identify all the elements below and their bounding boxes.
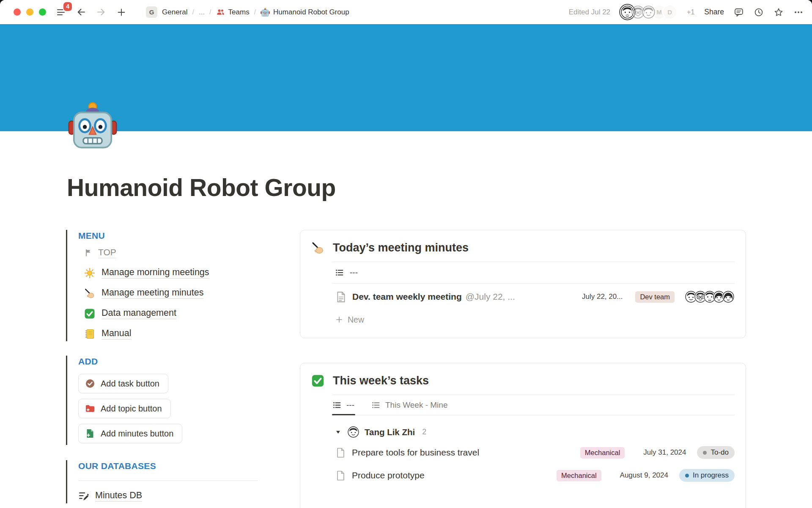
forward-button[interactable]	[96, 7, 106, 17]
menu-link-label: Manual	[102, 328, 132, 340]
tasks-view-tabs: --- This Week - Mine	[332, 395, 735, 415]
status-badge: To-do	[697, 446, 735, 459]
compose-icon	[78, 491, 89, 502]
tasks-tab-this-week-mine[interactable]: This Week - Mine	[371, 395, 448, 415]
avatar	[348, 426, 359, 438]
workspace-badge[interactable]: G	[146, 6, 157, 18]
add-minutes-label: Add minutes button	[101, 429, 173, 439]
minutes-row[interactable]: Dev. team weekly meeting @July 22, ... J…	[336, 284, 735, 310]
clock-icon	[754, 7, 764, 17]
close-window-button[interactable]	[14, 8, 21, 16]
list-view-icon	[333, 401, 341, 409]
status-dot	[685, 474, 689, 478]
chevron-down-icon[interactable]	[335, 429, 341, 435]
arrow-right-icon	[96, 7, 106, 17]
list-view-icon	[335, 268, 344, 277]
menu-link-meeting-minutes[interactable]: Manage meeting minutes	[84, 287, 300, 299]
avatar	[722, 290, 735, 303]
menu-link-morning-meetings[interactable]: Manage morning meetings	[84, 267, 300, 279]
page-title[interactable]: Humanoid Robot Group	[67, 174, 746, 202]
breadcrumb-page[interactable]: Humanoid Robot Group	[261, 8, 349, 17]
ellipsis-icon	[793, 7, 804, 17]
attendee-avatars	[685, 290, 735, 303]
task-title: Produce prototype	[352, 470, 425, 480]
teams-people-icon	[216, 8, 225, 17]
folder-plus-icon	[85, 403, 95, 414]
menu-link-data-management[interactable]: Data management	[84, 308, 300, 319]
minimize-window-button[interactable]	[26, 8, 33, 16]
page-icon-robot[interactable]	[68, 101, 118, 151]
add-minutes-button[interactable]: Add minutes button	[78, 424, 182, 443]
task-check-icon	[85, 378, 95, 389]
add-task-button[interactable]: Add task button	[78, 374, 168, 393]
traffic-lights	[14, 8, 46, 16]
menu-link-label: Manage morning meetings	[102, 267, 209, 279]
list-view-icon	[372, 401, 380, 409]
status-label: To-do	[710, 448, 729, 457]
document-icon	[336, 447, 345, 458]
check-mark-icon	[84, 308, 95, 319]
edited-timestamp: Edited Jul 22	[569, 8, 610, 17]
arrow-left-icon	[76, 7, 86, 17]
share-button[interactable]: Share	[704, 8, 724, 17]
add-topic-label: Add topic button	[101, 404, 162, 414]
task-date: August 9, 2024	[620, 471, 668, 480]
updates-button[interactable]	[754, 7, 764, 17]
ledger-icon	[84, 329, 95, 340]
task-row[interactable]: Prepare tools for business travel Mechan…	[336, 441, 735, 464]
notification-badge: 4	[63, 2, 72, 11]
document-icon	[336, 470, 345, 481]
databases-heading: OUR DATABASES	[78, 461, 300, 471]
sun-icon	[84, 268, 95, 279]
divider	[78, 480, 258, 481]
favorite-button[interactable]	[774, 7, 784, 17]
window-titlebar: 4 G General / ... / Teams / Humanoid Rob…	[0, 0, 812, 24]
zoom-window-button[interactable]	[39, 8, 46, 16]
menu-heading: MENU	[78, 231, 300, 241]
avatar[interactable]	[641, 5, 656, 19]
comments-button[interactable]	[734, 7, 744, 17]
group-name: Tang Lik Zhi	[365, 427, 415, 437]
task-group-header: Tang Lik Zhi 2	[335, 426, 735, 438]
avatar-letter[interactable]: D	[662, 5, 677, 19]
minutes-view-tab[interactable]: ---	[335, 262, 735, 283]
minutes-row-date: July 22, 20...	[582, 293, 623, 301]
add-heading: ADD	[78, 356, 300, 367]
tasks-tab-label: This Week - Mine	[385, 400, 447, 410]
tasks-tab-all[interactable]: ---	[332, 395, 355, 415]
sidebar-toggle-button[interactable]: 4	[56, 8, 66, 17]
mechanical-tag: Mechanical	[557, 470, 601, 481]
plus-icon	[117, 8, 126, 17]
top-link[interactable]: TOP	[84, 247, 300, 258]
breadcrumb: G General / ... / Teams / Humanoid Robot…	[146, 6, 349, 18]
minutes-db-link[interactable]: Minutes DB	[78, 490, 300, 502]
task-title: Prepare tools for business travel	[352, 447, 479, 458]
page-content: Humanoid Robot Group MENU TOP Manage mor…	[66, 101, 746, 508]
new-minutes-button[interactable]: New	[335, 310, 735, 329]
meeting-minutes-card: Today’s meeting minutes --- Dev. team we…	[300, 230, 746, 338]
breadcrumb-collapsed[interactable]: ...	[199, 8, 205, 17]
dev-team-tag: Dev team	[635, 291, 675, 303]
minutes-view-label: ---	[350, 268, 358, 277]
tasks-card-title: This week’s tasks	[333, 374, 429, 387]
menu-link-manual[interactable]: Manual	[84, 328, 300, 340]
writing-hand-icon	[311, 241, 324, 254]
task-row[interactable]: Produce prototype Mechanical August 9, 2…	[336, 464, 735, 487]
breadcrumb-teams-label: Teams	[228, 8, 250, 17]
comment-icon	[734, 7, 744, 17]
breadcrumb-teams[interactable]: Teams	[216, 8, 250, 17]
more-button[interactable]	[793, 7, 804, 17]
back-button[interactable]	[76, 7, 86, 17]
breadcrumb-separator: /	[254, 8, 256, 16]
breadcrumb-root[interactable]: General	[162, 8, 187, 17]
add-section: ADD Add task button Add topic button Add…	[66, 356, 300, 445]
minutes-card-title: Today’s meeting minutes	[333, 241, 469, 254]
add-topic-button[interactable]: Add topic button	[78, 399, 171, 418]
new-tab-button[interactable]	[117, 8, 126, 17]
writing-hand-icon	[84, 288, 95, 299]
left-column: MENU TOP Manage morning meetings Manage …	[66, 230, 300, 508]
presence-avatars: M D	[620, 5, 677, 19]
robot-icon	[261, 8, 270, 17]
avatar-overflow-count[interactable]: +1	[687, 8, 694, 16]
add-task-label: Add task button	[101, 379, 159, 389]
